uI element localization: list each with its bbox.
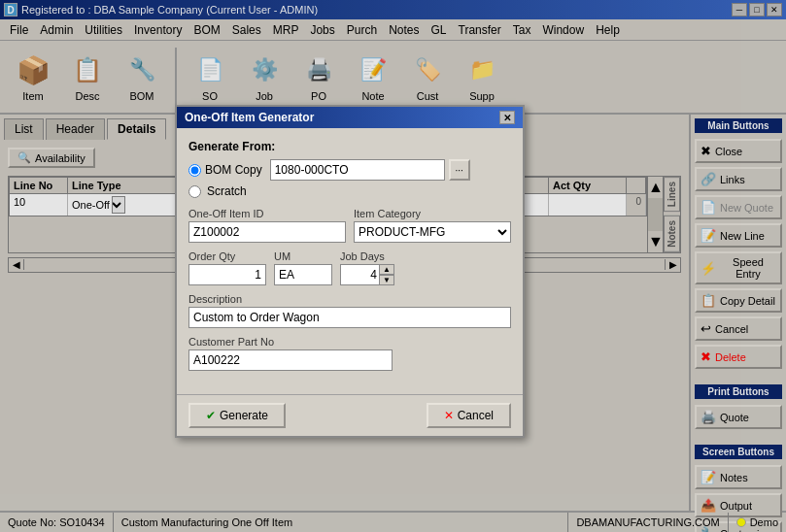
scratch-label: Scratch: [207, 184, 247, 198]
menu-bom[interactable]: BOM: [188, 21, 225, 39]
generate-button[interactable]: ✔ Generate: [188, 403, 286, 428]
menu-sales[interactable]: Sales: [226, 21, 267, 39]
toolbar-item-button[interactable]: 📦 Item: [8, 49, 58, 105]
main-buttons-label: Main Buttons: [695, 118, 782, 133]
availability-button[interactable]: 🔍 Availability: [8, 148, 95, 168]
description-input[interactable]: [188, 307, 511, 328]
toolbar-note-button[interactable]: 📝 Note: [348, 49, 398, 105]
line-type-select[interactable]: [112, 196, 125, 214]
um-field: UM: [274, 250, 332, 285]
delete-icon: ✖: [701, 349, 711, 364]
menu-tax[interactable]: Tax: [507, 21, 537, 39]
toolbar: 📦 Item 📋 Desc 🔧 BOM 📄 SO ⚙️ Job 🖨️ PO 📝 …: [0, 41, 786, 115]
print-buttons-label: Print Buttons: [695, 384, 782, 399]
copy-detail-button[interactable]: 📋 Copy Detail: [695, 288, 782, 313]
menu-admin[interactable]: Admin: [34, 21, 79, 39]
demo-light-icon: [736, 517, 746, 527]
scroll-right[interactable]: ▶: [665, 259, 680, 270]
menu-notes[interactable]: Notes: [383, 21, 425, 39]
scratch-row: Scratch: [188, 184, 511, 198]
close-icon: ✖: [701, 144, 711, 158]
spinner-down-button[interactable]: ▼: [379, 275, 394, 285]
menu-window[interactable]: Window: [536, 21, 590, 39]
delete-button[interactable]: ✖ Delete: [695, 345, 782, 369]
new-line-button[interactable]: 📝 New Line: [695, 223, 782, 248]
job-days-input[interactable]: [340, 264, 379, 285]
order-qty-field: Order Qty: [188, 250, 266, 285]
cell-act-qty: [549, 194, 627, 216]
menu-purch[interactable]: Purch: [341, 21, 383, 39]
item-category-field: Item Category PRODUCT-MFG COMPONENT RAW-…: [354, 208, 511, 243]
toolbar-supp-button[interactable]: 📁 Supp: [457, 49, 507, 105]
um-label: UM: [274, 250, 332, 262]
bom-copy-input[interactable]: [270, 159, 445, 181]
maximize-button[interactable]: □: [749, 3, 765, 17]
tab-header[interactable]: Header: [46, 118, 105, 140]
menu-transfer[interactable]: Transfer: [453, 21, 507, 39]
job-days-field: Job Days ▲ ▼: [340, 250, 511, 285]
customer-part-no-input[interactable]: [188, 349, 393, 371]
close-window-button[interactable]: ✕: [767, 3, 782, 17]
new-quote-icon: 📄: [701, 200, 716, 215]
cell-line-type: One-Off: [68, 194, 185, 216]
links-button[interactable]: 🔗 Links: [695, 167, 782, 191]
one-off-id-input[interactable]: [188, 221, 346, 243]
title-text: Registered to : DBA Sample Company (Curr…: [21, 4, 732, 16]
customer-part-no-label: Customer Part No: [188, 336, 511, 348]
menu-help[interactable]: Help: [590, 21, 626, 39]
modal-close-button[interactable]: ✕: [499, 111, 515, 124]
modal-title: One-Off Item Generator: [185, 111, 314, 124]
scroll-down[interactable]: ▼: [647, 231, 663, 252]
generate-from-label: Generate From:: [188, 140, 511, 153]
scratch-radio[interactable]: [188, 185, 201, 198]
menu-jobs[interactable]: Jobs: [304, 21, 340, 39]
item-category-select[interactable]: PRODUCT-MFG COMPONENT RAW-MATERIAL: [354, 221, 511, 243]
tab-details[interactable]: Details: [107, 118, 166, 140]
toolbar-cust-button[interactable]: 🏷️ Cust: [402, 49, 453, 105]
bom-copy-radio[interactable]: [188, 164, 201, 177]
menu-utilities[interactable]: Utilities: [79, 21, 128, 39]
cust-icon: 🏷️: [409, 51, 446, 88]
col-line-type: Line Type: [68, 178, 185, 193]
cell-line-no: 10: [10, 194, 68, 216]
scroll-up[interactable]: ▲: [647, 177, 663, 198]
close-button[interactable]: ✖ Close: [695, 139, 782, 163]
menu-mrp[interactable]: MRP: [267, 21, 305, 39]
id-category-row: One-Off Item ID Item Category PRODUCT-MF…: [188, 208, 511, 243]
toolbar-po-button[interactable]: 🖨️ PO: [293, 49, 344, 105]
menu-file[interactable]: File: [4, 21, 34, 39]
tab-list[interactable]: List: [4, 118, 44, 140]
bom-copy-label: BOM Copy: [205, 163, 262, 177]
quote-print-button[interactable]: 🖨️ Quote: [695, 405, 782, 429]
one-off-id-label: One-Off Item ID: [188, 208, 346, 219]
title-bar-buttons: ─ □ ✕: [732, 3, 782, 17]
app-icon: D: [4, 3, 17, 17]
scroll-left[interactable]: ◀: [9, 259, 24, 270]
qty-um-days-row: Order Qty UM Job Days ▲ ▼: [188, 250, 511, 285]
order-qty-input[interactable]: [188, 264, 266, 285]
notes-sidebar-label: Notes: [664, 216, 680, 252]
speed-entry-button[interactable]: ⚡ Speed Entry: [695, 251, 782, 284]
modal-title-bar: One-Off Item Generator ✕: [177, 107, 523, 128]
job-icon: ⚙️: [246, 51, 283, 88]
spinner-up-button[interactable]: ▲: [379, 264, 394, 275]
cancel-button[interactable]: ↩ Cancel: [695, 316, 782, 341]
availability-icon: 🔍: [17, 151, 31, 164]
um-input[interactable]: [274, 264, 332, 285]
menu-gl[interactable]: GL: [426, 21, 453, 39]
bom-icon: 🔧: [123, 51, 160, 88]
toolbar-desc-button[interactable]: 📋 Desc: [62, 49, 113, 105]
desc-icon: 📋: [69, 51, 106, 88]
bom-copy-browse-button[interactable]: ···: [449, 159, 470, 181]
notes-screen-button[interactable]: 📝 Notes: [695, 465, 782, 489]
new-quote-button[interactable]: 📄 New Quote: [695, 195, 782, 219]
quote-print-icon: 🖨️: [701, 410, 716, 424]
minimize-button[interactable]: ─: [732, 3, 747, 17]
note-icon: 📝: [355, 51, 392, 88]
toolbar-bom-button[interactable]: 🔧 BOM: [117, 49, 167, 105]
toolbar-so-button[interactable]: 📄 SO: [185, 49, 235, 105]
modal-cancel-button[interactable]: ✕ Cancel: [427, 403, 511, 428]
toolbar-job-button[interactable]: ⚙️ Job: [239, 49, 290, 105]
modal-footer: ✔ Generate ✕ Cancel: [177, 394, 523, 436]
menu-inventory[interactable]: Inventory: [128, 21, 188, 39]
